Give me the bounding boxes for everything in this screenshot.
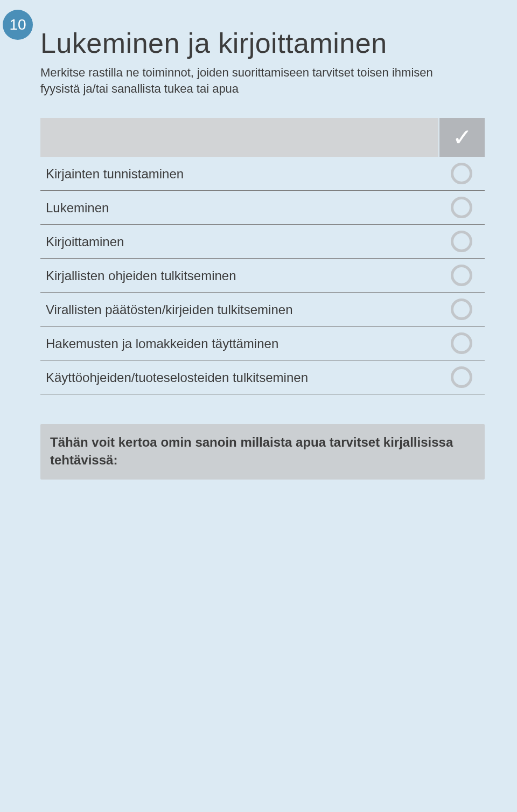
row-check-cell	[438, 293, 485, 326]
checkbox-circle[interactable]	[451, 332, 472, 354]
page-number-badge: 10	[3, 10, 33, 40]
page-subtitle: Merkitse rastilla ne toiminnot, joiden s…	[40, 65, 471, 96]
row-check-cell	[438, 191, 485, 224]
row-label: Kirjainten tunnistaminen	[40, 157, 438, 190]
table-header: ✓	[40, 118, 485, 157]
row-label: Hakemusten ja lomakkeiden täyttäminen	[40, 327, 438, 360]
table-header-check-column: ✓	[438, 118, 485, 157]
row-check-cell	[438, 225, 485, 258]
check-icon: ✓	[452, 126, 472, 149]
table-row: Virallisten päätösten/kirjeiden tulkitse…	[40, 293, 485, 327]
checklist-table: ✓ Kirjainten tunnistaminen Lukeminen Kir…	[40, 118, 485, 394]
checkbox-circle[interactable]	[451, 231, 472, 252]
table-row: Hakemusten ja lomakkeiden täyttäminen	[40, 327, 485, 360]
checkbox-circle[interactable]	[451, 163, 472, 184]
table-header-spacer	[40, 118, 438, 157]
row-check-cell	[438, 327, 485, 360]
table-row: Kirjoittaminen	[40, 225, 485, 259]
row-label: Lukeminen	[40, 191, 438, 224]
row-check-cell	[438, 360, 485, 394]
page-number: 10	[9, 16, 26, 33]
notes-prompt: Tähän voit kertoa omin sanoin millaista …	[50, 434, 475, 469]
row-label: Virallisten päätösten/kirjeiden tulkitse…	[40, 293, 438, 326]
table-row: Käyttöohjeiden/tuoteselosteiden tulkitse…	[40, 360, 485, 394]
notes-box: Tähän voit kertoa omin sanoin millaista …	[40, 424, 485, 480]
row-label: Käyttöohjeiden/tuoteselosteiden tulkitse…	[40, 360, 438, 394]
table-row: Kirjainten tunnistaminen	[40, 157, 485, 191]
row-label: Kirjallisten ohjeiden tulkitseminen	[40, 259, 438, 292]
row-check-cell	[438, 259, 485, 292]
row-label: Kirjoittaminen	[40, 225, 438, 258]
page-content: Lukeminen ja kirjoittaminen Merkitse ras…	[0, 0, 517, 750]
notes-textarea[interactable]	[40, 481, 485, 728]
table-row: Kirjallisten ohjeiden tulkitseminen	[40, 259, 485, 293]
checkbox-circle[interactable]	[451, 265, 472, 286]
checkbox-circle[interactable]	[451, 366, 472, 388]
row-check-cell	[438, 157, 485, 190]
checkbox-circle[interactable]	[451, 197, 472, 218]
table-row: Lukeminen	[40, 191, 485, 225]
checkbox-circle[interactable]	[451, 299, 472, 320]
page-title: Lukeminen ja kirjoittaminen	[40, 27, 485, 59]
